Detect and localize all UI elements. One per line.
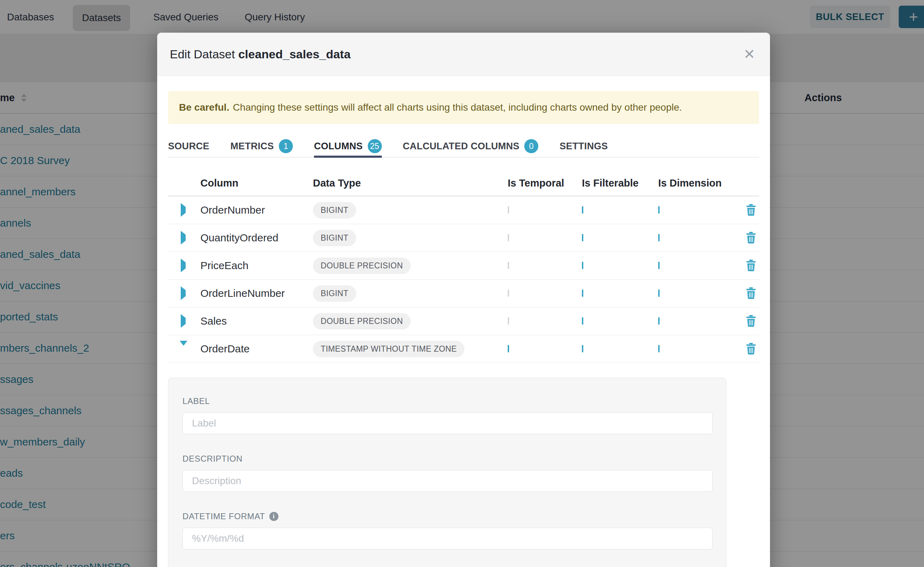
is-dimension-header: Is Dimension: [658, 177, 737, 189]
is-temporal-checkbox[interactable]: [508, 345, 509, 352]
tab-label: COLUMNS: [314, 141, 363, 152]
column-header: Column: [200, 177, 313, 189]
column-detail-panel: LABEL DESCRIPTION DATETIME FORMAT i: [168, 378, 726, 567]
trash-icon[interactable]: [746, 204, 756, 216]
column-name: PriceEach: [200, 260, 313, 272]
warning-bold-text: Be careful.: [179, 102, 229, 113]
columns-table-body: OrderNumber BIGINT QuantityOrdered BIGIN…: [168, 196, 759, 363]
is-dimension-checkbox[interactable]: [658, 317, 660, 325]
columns-table-header: Column Data Type Is Temporal Is Filterab…: [168, 170, 759, 196]
data-type-pill: BIGINT: [313, 202, 356, 219]
row-expand-caret-icon[interactable]: [181, 258, 186, 272]
tab-count-badge: 0: [524, 139, 538, 153]
description-field-label: DESCRIPTION: [182, 454, 712, 464]
trash-icon[interactable]: [746, 260, 756, 272]
is-temporal-checkbox[interactable]: [508, 290, 509, 297]
tab-count-badge: 25: [368, 139, 382, 153]
is-dimension-checkbox[interactable]: [658, 345, 660, 352]
is-filterable-checkbox[interactable]: [582, 317, 583, 325]
column-row: QuantityOrdered BIGINT: [168, 224, 759, 252]
data-type-pill: BIGINT: [313, 285, 356, 302]
is-dimension-checkbox[interactable]: [658, 290, 660, 297]
is-filterable-header: Is Filterable: [582, 177, 658, 189]
modal-body: Be careful. Changing these settings will…: [157, 91, 770, 567]
column-row: OrderLineNumber BIGINT: [168, 280, 759, 308]
modal-header: Edit Dataset cleaned_sales_data ✕: [157, 33, 770, 76]
data-type-pill: DOUBLE PRECISION: [313, 258, 411, 274]
is-filterable-checkbox[interactable]: [582, 290, 583, 297]
tab-label: CALCULATED COLUMNS: [403, 141, 520, 152]
tab[interactable]: COLUMNS 25: [314, 136, 382, 157]
is-temporal-header: Is Temporal: [508, 177, 582, 189]
column-row: OrderDate TIMESTAMP WITHOUT TIME ZONE: [168, 335, 759, 363]
column-name: OrderNumber: [200, 204, 313, 216]
tab-count-badge: 1: [279, 139, 293, 153]
column-name: QuantityOrdered: [200, 232, 313, 244]
columns-table: Column Data Type Is Temporal Is Filterab…: [168, 170, 759, 363]
tab-label: SOURCE: [168, 141, 209, 152]
column-name: OrderLineNumber: [200, 287, 313, 299]
description-input[interactable]: [182, 470, 713, 492]
column-row: Sales DOUBLE PRECISION: [168, 308, 759, 335]
warning-text: Changing these settings will affect all …: [233, 102, 682, 113]
label-input[interactable]: [182, 412, 713, 434]
row-expand-caret-icon[interactable]: [181, 314, 186, 328]
is-filterable-checkbox[interactable]: [582, 234, 583, 242]
trash-icon[interactable]: [746, 315, 756, 327]
modal-title-dataset-name: cleaned_sales_data: [238, 47, 351, 61]
modal-tabs: SOURCE METRICS 1 COLUMNS 25 CALCULATED C…: [168, 136, 759, 158]
tab[interactable]: SOURCE: [168, 136, 209, 157]
column-row: OrderNumber BIGINT: [168, 196, 759, 224]
row-expand-caret-icon[interactable]: [181, 231, 186, 244]
row-expand-caret-icon[interactable]: [181, 203, 186, 217]
is-dimension-checkbox[interactable]: [658, 234, 660, 242]
data-type-header: Data Type: [313, 177, 508, 189]
column-name: OrderDate: [200, 343, 313, 355]
data-type-pill: BIGINT: [313, 230, 356, 246]
data-type-pill: DOUBLE PRECISION: [313, 313, 411, 330]
is-dimension-checkbox[interactable]: [658, 206, 660, 214]
datetime-format-field-label: DATETIME FORMAT i: [182, 512, 712, 521]
trash-icon[interactable]: [746, 343, 756, 355]
column-name: Sales: [200, 315, 313, 327]
modal-title-prefix: Edit Dataset: [170, 47, 235, 61]
is-temporal-checkbox[interactable]: [508, 262, 509, 269]
edit-dataset-modal: Edit Dataset cleaned_sales_data ✕ Be car…: [157, 33, 770, 567]
is-temporal-checkbox[interactable]: [508, 317, 509, 325]
column-row: PriceEach DOUBLE PRECISION: [168, 252, 759, 280]
is-temporal-checkbox[interactable]: [508, 206, 509, 214]
modal-title: Edit Dataset cleaned_sales_data: [170, 47, 351, 61]
row-expand-caret-icon[interactable]: [181, 286, 186, 300]
tab[interactable]: CALCULATED COLUMNS 0: [403, 136, 539, 157]
is-dimension-checkbox[interactable]: [658, 262, 660, 269]
is-filterable-checkbox[interactable]: [582, 262, 583, 269]
close-icon[interactable]: ✕: [741, 33, 757, 75]
row-expand-caret-icon[interactable]: [180, 341, 187, 352]
tab[interactable]: METRICS 1: [230, 136, 293, 157]
page: Databases Datasets Saved Queries Query H…: [0, 0, 924, 567]
is-filterable-checkbox[interactable]: [582, 206, 583, 214]
datetime-format-input[interactable]: [182, 528, 713, 549]
is-temporal-checkbox[interactable]: [508, 234, 509, 242]
label-field-label: LABEL: [182, 396, 712, 406]
data-type-pill: TIMESTAMP WITHOUT TIME ZONE: [313, 341, 465, 357]
warning-banner: Be careful. Changing these settings will…: [168, 91, 759, 124]
tab-label: METRICS: [230, 141, 274, 152]
tab[interactable]: SETTINGS: [560, 136, 608, 157]
info-icon[interactable]: i: [269, 512, 278, 521]
trash-icon[interactable]: [746, 232, 756, 244]
is-filterable-checkbox[interactable]: [582, 345, 583, 352]
trash-icon[interactable]: [746, 287, 756, 299]
tab-label: SETTINGS: [560, 141, 608, 152]
